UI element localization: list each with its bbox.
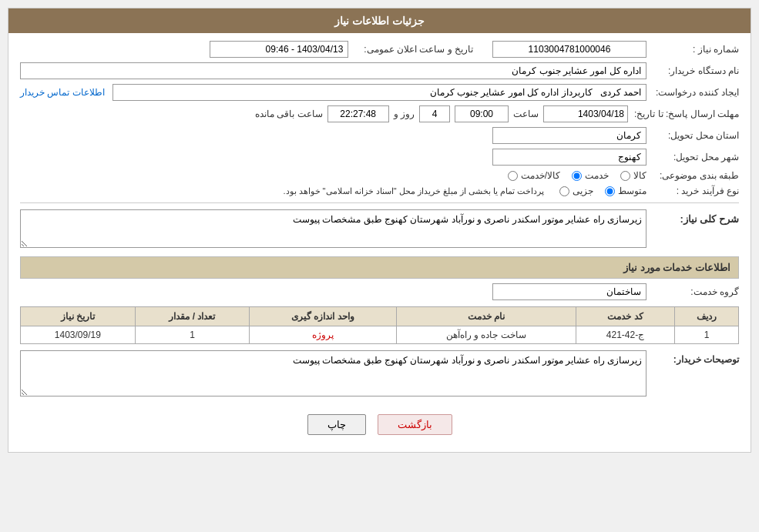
- service-table: ردیف کد خدمت نام خدمت واحد اندازه گیری ت…: [20, 306, 739, 344]
- col-kod: کد خدمت: [576, 307, 675, 326]
- cell-kod: ج-42-421: [576, 326, 675, 344]
- tabaqe-radio-group: کالا/خدمت خدمت کالا: [508, 170, 646, 181]
- tarikh-elaan-input[interactable]: [210, 41, 348, 58]
- service-table-container: ردیف کد خدمت نام خدمت واحد اندازه گیری ت…: [20, 306, 739, 344]
- radio-kala-khedmat-label: کالا/خدمت: [521, 170, 560, 181]
- contact-link[interactable]: اطلاعات تماس خریدار: [20, 87, 105, 98]
- tosih-wrapper: [20, 350, 646, 399]
- radio-kala[interactable]: کالا: [620, 170, 646, 181]
- row-ijad-konande: ایجاد کننده درخواست: اطلاعات تماس خریدار: [20, 84, 739, 101]
- table-header-row: ردیف کد خدمت نام خدمت واحد اندازه گیری ت…: [21, 307, 739, 326]
- row-shahr: شهر محل تحویل:: [20, 149, 739, 166]
- radio-khedmat-input[interactable]: [572, 171, 582, 181]
- ijad-konande-label: ایجاد کننده درخواست:: [646, 87, 739, 98]
- col-vahed: واحد اندازه گیری: [250, 307, 396, 326]
- mohlat-saat-input[interactable]: [455, 105, 509, 122]
- sharh-niyaz-label: شرح کلی نیاز:: [646, 209, 739, 225]
- table-row: 1ج-42-421ساخت جاده و راه‌آهنپروژه11403/0…: [21, 326, 739, 344]
- mohlat-roz-input[interactable]: [419, 105, 450, 122]
- nam-dastgah-label: نام دستگاه خریدار:: [646, 65, 739, 76]
- col-nam: نام خدمت: [396, 307, 576, 326]
- col-tedad: تعداد / مقدار: [135, 307, 250, 326]
- radio-khedmat[interactable]: خدمت: [572, 170, 609, 181]
- mohlat-date-input[interactable]: [543, 105, 628, 122]
- baqi-label: ساعت باقی مانده: [255, 109, 323, 119]
- tosih-row: توصیحات خریدار:: [20, 350, 739, 399]
- shahr-label: شهر محل تحویل:: [646, 152, 739, 162]
- cell-tedad: 1: [135, 326, 250, 344]
- tabaqe-label: طبقه بندی موضوعی:: [646, 170, 739, 181]
- sharh-niyaz-wrapper: [20, 209, 646, 250]
- radio-jozii-input[interactable]: [559, 186, 569, 196]
- sharh-niyaz-textarea[interactable]: [20, 209, 646, 248]
- row-tabaqe: طبقه بندی موضوعی: کالا/خدمت خدمت کالا: [20, 170, 739, 181]
- row-mohlat: مهلت ارسال پاسخ: تا تاریخ: ساعت روز و سا…: [20, 105, 739, 122]
- radio-kala-khedmat[interactable]: کالا/خدمت: [508, 170, 560, 181]
- shahr-input[interactable]: [492, 149, 646, 166]
- sharh-niyaz-section: شرح کلی نیاز:: [20, 209, 739, 250]
- tarikh-elaan-label: تاریخ و ساعت اعلان عمومی:: [364, 44, 473, 55]
- bazgasht-button[interactable]: بازگشت: [378, 414, 452, 435]
- tosih-label: توصیحات خریدار:: [646, 350, 739, 365]
- row-now-farayand: نوع فرآیند خرید : متوسط جزیی پرداخت تمام…: [20, 186, 739, 196]
- row-ostan: استان محل تحویل:: [20, 127, 739, 144]
- purchase-note: پرداخت تمام یا بخشی از مبلغ خریداز محل "…: [283, 186, 544, 196]
- now-farayand-label: نوع فرآیند خرید :: [646, 186, 739, 196]
- content-area: شماره نیاز : تاریخ و ساعت اعلان عمومی: ن…: [8, 33, 751, 452]
- grouh-khedmat-input[interactable]: [492, 283, 646, 300]
- ostan-label: استان محل تحویل:: [646, 130, 739, 141]
- page-wrapper: جزئیات اطلاعات نیاز شماره نیاز : تاریخ و…: [0, 0, 759, 532]
- cell-tarikh: 1403/09/19: [21, 326, 136, 344]
- ostan-input[interactable]: [492, 127, 646, 144]
- mohlat-label: مهلت ارسال پاسخ: تا تاریخ:: [628, 109, 739, 119]
- service-info-title: اطلاعات خدمات مورد نیاز: [20, 256, 739, 279]
- nam-dastgah-input[interactable]: [20, 62, 646, 79]
- radio-kala-label: کالا: [633, 170, 646, 181]
- cell-radif: 1: [675, 326, 739, 344]
- shomara-niyaz-label: شماره نیاز :: [646, 44, 739, 55]
- page-title: جزئیات اطلاعات نیاز: [8, 8, 751, 33]
- main-container: جزئیات اطلاعات نیاز شماره نیاز : تاریخ و…: [8, 8, 751, 453]
- radio-motavaset-label: متوسط: [618, 186, 646, 196]
- row-shomara: شماره نیاز : تاریخ و ساعت اعلان عمومی:: [20, 41, 739, 58]
- radio-motavaset-input[interactable]: [605, 186, 615, 196]
- now-farayand-radio-group: متوسط جزیی: [559, 186, 646, 196]
- shomara-niyaz-input[interactable]: [492, 41, 646, 58]
- button-row: بازگشت چاپ: [20, 405, 739, 444]
- cell-nam: ساخت جاده و راه‌آهن: [396, 326, 576, 344]
- saat-label: ساعت: [513, 109, 539, 119]
- ijad-konande-input[interactable]: [113, 84, 646, 101]
- radio-kala-input[interactable]: [620, 171, 630, 181]
- divider-1: [20, 202, 739, 203]
- col-tarikh: تاریخ نیاز: [21, 307, 136, 326]
- row-nam-dastgah: نام دستگاه خریدار:: [20, 62, 739, 79]
- radio-jozii-label: جزیی: [573, 186, 593, 196]
- chap-button[interactable]: چاپ: [307, 414, 366, 435]
- mohlat-baqi-input[interactable]: [327, 105, 389, 122]
- radio-motavaset[interactable]: متوسط: [605, 186, 646, 196]
- grouh-khedmat-label: گروه خدمت:: [646, 286, 739, 297]
- roz-label: روز و: [394, 109, 415, 119]
- tosih-textarea[interactable]: [20, 350, 646, 396]
- radio-jozii[interactable]: جزیی: [559, 186, 593, 196]
- grouh-khedmat-row: گروه خدمت:: [20, 283, 739, 300]
- col-radif: ردیف: [675, 307, 739, 326]
- cell-vahed: پروژه: [250, 326, 396, 344]
- radio-khedmat-label: خدمت: [585, 170, 609, 181]
- radio-kala-khedmat-input[interactable]: [508, 171, 518, 181]
